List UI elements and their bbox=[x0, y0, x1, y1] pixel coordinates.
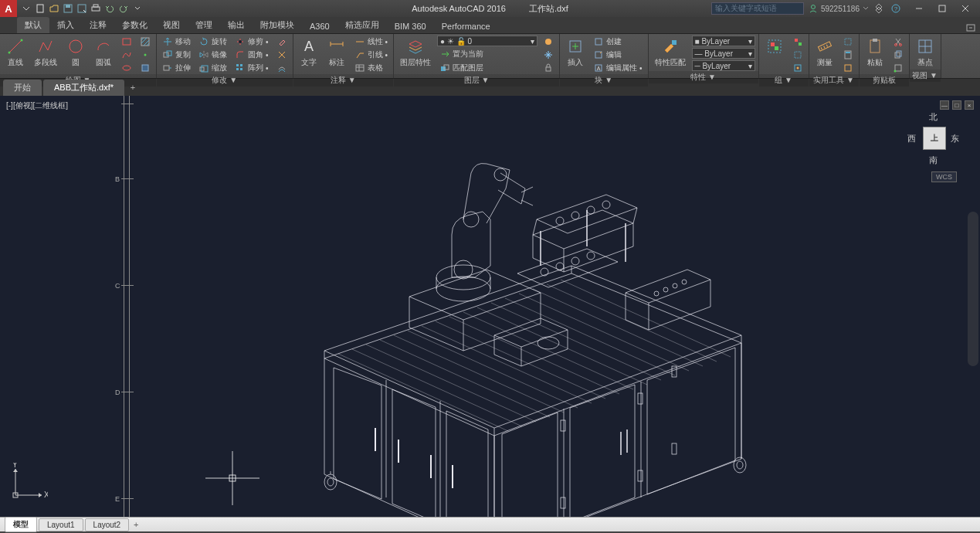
rect-icon[interactable] bbox=[119, 36, 134, 48]
drawing-area[interactable]: [-][俯视][二维线框] — □ × B C D E bbox=[0, 96, 980, 517]
ucs-icon[interactable]: X Y bbox=[9, 463, 48, 501]
calc-icon[interactable] bbox=[840, 49, 856, 61]
layer-props-button[interactable]: 图层特性 bbox=[397, 36, 434, 70]
layout2-tab[interactable]: Layout2 bbox=[85, 518, 130, 531]
stretch-button[interactable]: 拉伸 bbox=[160, 62, 193, 74]
layout1-tab[interactable]: Layout1 bbox=[39, 518, 83, 531]
cut-icon[interactable] bbox=[890, 36, 906, 48]
plot-icon[interactable] bbox=[90, 2, 102, 15]
tab-parametric[interactable]: 参数化 bbox=[114, 17, 155, 33]
new-icon[interactable] bbox=[34, 2, 46, 15]
wcs-label[interactable]: WCS bbox=[931, 171, 957, 182]
region-icon[interactable] bbox=[137, 62, 153, 74]
navigation-bar[interactable] bbox=[968, 212, 978, 366]
ribbon-collapse-icon[interactable] bbox=[961, 22, 980, 33]
ellipse-icon[interactable] bbox=[119, 62, 134, 74]
edit-block[interactable]: 编辑 bbox=[591, 49, 645, 61]
mirror-button[interactable]: 镜像 bbox=[196, 49, 229, 61]
viewcube-face[interactable]: 上 bbox=[923, 127, 946, 150]
table-button[interactable]: 表格 bbox=[352, 62, 391, 74]
rotate-button[interactable]: 旋转 bbox=[196, 36, 229, 48]
copy-clip-icon[interactable] bbox=[890, 49, 906, 61]
qat-dropdown[interactable] bbox=[131, 2, 144, 15]
linear-button[interactable]: 线性 • bbox=[352, 36, 391, 48]
ungroup-icon[interactable] bbox=[790, 36, 805, 48]
leader-button[interactable]: 引线 • bbox=[352, 49, 391, 61]
exchange-icon[interactable] bbox=[873, 3, 886, 14]
tab-insert[interactable]: 插入 bbox=[49, 17, 82, 33]
arc-button[interactable]: 圆弧 bbox=[91, 36, 116, 70]
tab-annotate[interactable]: 注释 bbox=[82, 17, 114, 33]
color-combo[interactable]: ■ ByLayer▾ bbox=[692, 36, 755, 46]
quickselect-icon[interactable] bbox=[840, 62, 856, 74]
scale-button[interactable]: 缩放 bbox=[196, 62, 229, 74]
tab-featured[interactable]: 精选应用 bbox=[337, 17, 387, 33]
group-select-icon[interactable] bbox=[790, 62, 805, 74]
circle-button[interactable]: 圆 bbox=[63, 36, 88, 70]
text-button[interactable]: A文字 bbox=[297, 36, 321, 70]
copy-button[interactable]: 复制 bbox=[160, 49, 193, 61]
spline-icon[interactable] bbox=[119, 49, 134, 61]
edit-attr[interactable]: A编辑属性 • bbox=[591, 62, 645, 74]
undo-icon[interactable] bbox=[103, 2, 116, 15]
close-button[interactable] bbox=[954, 1, 977, 16]
app-logo[interactable]: A bbox=[0, 0, 17, 17]
paste-button[interactable]: 粘贴 bbox=[863, 36, 887, 70]
measure-button[interactable]: 测量 bbox=[812, 36, 837, 70]
layer-combo[interactable]: ● ☀ 🔓 0▾ bbox=[437, 36, 537, 46]
tab-view[interactable]: 视图 bbox=[155, 17, 188, 33]
minimize-button[interactable] bbox=[907, 1, 931, 16]
help-icon[interactable]: ? bbox=[890, 3, 903, 14]
select-icon[interactable] bbox=[840, 36, 856, 48]
explode-icon[interactable] bbox=[274, 49, 290, 61]
save-icon[interactable] bbox=[62, 2, 74, 15]
viewcube[interactable]: 上 北 南 东 西 bbox=[907, 111, 961, 181]
model-tab[interactable]: 模型 bbox=[5, 517, 37, 532]
erase-icon[interactable] bbox=[274, 36, 290, 48]
tab-addins[interactable]: 附加模块 bbox=[253, 17, 302, 33]
vp-maximize[interactable]: □ bbox=[952, 100, 961, 110]
vp-minimize[interactable]: — bbox=[940, 100, 949, 110]
create-block[interactable]: 创建 bbox=[591, 36, 645, 48]
add-layout-button[interactable]: + bbox=[131, 519, 141, 530]
dimension-button[interactable]: 标注 bbox=[324, 36, 349, 70]
fillet-button[interactable]: 圆角 • bbox=[232, 49, 271, 61]
move-button[interactable]: 移动 bbox=[160, 36, 193, 48]
group-button[interactable] bbox=[762, 36, 787, 57]
doc-tab-0[interactable]: ABB工作站.dxf* bbox=[43, 80, 124, 96]
tab-bim360[interactable]: BIM 360 bbox=[387, 19, 434, 33]
polyline-button[interactable]: 多段线 bbox=[31, 36, 60, 70]
saveas-icon[interactable] bbox=[76, 2, 88, 15]
base-view-button[interactable]: 基点 bbox=[913, 36, 938, 70]
help-search[interactable]: 输入关键字或短语 bbox=[711, 2, 804, 15]
layer-match[interactable]: 匹配图层 bbox=[437, 62, 486, 74]
viewport-label[interactable]: [-][俯视][二维线框] bbox=[6, 100, 68, 111]
lineweight-combo[interactable]: — ByLayer▾ bbox=[692, 48, 755, 59]
layer-setcurrent[interactable]: 置为当前 bbox=[437, 48, 486, 60]
group-edit-icon[interactable] bbox=[790, 49, 805, 61]
match-props-button[interactable]: 特性匹配 bbox=[652, 36, 689, 70]
linetype-combo[interactable]: ─ ByLayer▾ bbox=[692, 60, 755, 71]
tab-default[interactable]: 默认 bbox=[17, 17, 49, 33]
copybase-icon[interactable] bbox=[890, 62, 906, 74]
tab-manage[interactable]: 管理 bbox=[188, 17, 220, 33]
offset-icon[interactable] bbox=[274, 62, 290, 74]
layer-lock-icon[interactable] bbox=[541, 62, 556, 74]
maximize-button[interactable] bbox=[931, 1, 954, 16]
layer-freeze-icon[interactable] bbox=[541, 49, 556, 61]
tab-a360[interactable]: A360 bbox=[302, 19, 337, 33]
hatch-icon[interactable] bbox=[137, 36, 153, 48]
start-tab[interactable]: 开始 bbox=[3, 80, 42, 96]
line-button[interactable]: 直线 bbox=[3, 36, 28, 70]
array-button[interactable]: 阵列 • bbox=[232, 62, 271, 74]
vp-close[interactable]: × bbox=[965, 100, 974, 110]
tab-output[interactable]: 输出 bbox=[220, 17, 253, 33]
insert-button[interactable]: 插入 bbox=[563, 36, 588, 70]
trim-button[interactable]: 修剪 • bbox=[232, 36, 271, 48]
user-badge[interactable]: 592251186 bbox=[809, 4, 869, 13]
menu-dropdown[interactable] bbox=[20, 2, 32, 15]
layer-iso-icon[interactable] bbox=[541, 36, 556, 48]
tab-performance[interactable]: Performance bbox=[434, 19, 498, 33]
point-icon[interactable] bbox=[137, 49, 153, 61]
open-icon[interactable] bbox=[48, 2, 60, 15]
